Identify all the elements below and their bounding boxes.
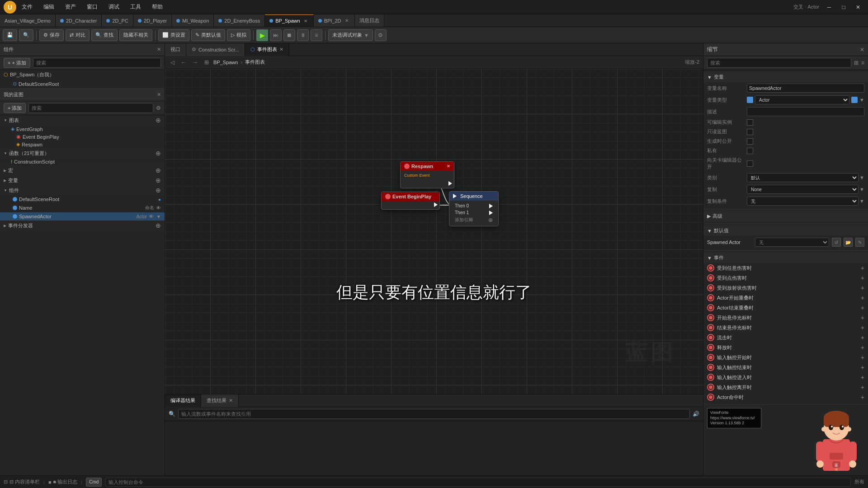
breadcrumb-bp-spawn[interactable]: BP_Spawn — [213, 60, 238, 65]
respawn-node[interactable]: Respawn ✕ Custom Event — [400, 161, 454, 188]
add-event-button[interactable]: + — [861, 384, 864, 391]
breadcrumb-event-graph[interactable]: 事件图表 — [245, 59, 265, 66]
find-results-tab[interactable]: 查找结果 ✕ — [201, 394, 239, 407]
add-function-button[interactable]: ⊕ — [156, 150, 161, 157]
add-event-button[interactable]: + — [861, 374, 864, 381]
canvas-tab-construction[interactable]: ⚙ Construction Scr... — [186, 43, 245, 56]
tab-message-log[interactable]: 消息日志 — [355, 14, 384, 27]
add-blueprint-button[interactable]: + 添加 — [4, 103, 26, 113]
expose-level-checkbox[interactable] — [747, 160, 753, 167]
stop-button[interactable]: ⏹ — [283, 29, 295, 41]
add-event-button[interactable]: + — [861, 314, 864, 321]
debug-settings-button[interactable]: ⚙ — [375, 29, 387, 41]
readonly-blueprint-checkbox[interactable] — [747, 129, 753, 135]
add-event-dispatcher-button[interactable]: ⊕ — [156, 222, 161, 229]
menu-help[interactable]: 帮助 — [150, 2, 165, 12]
find-results-search-input[interactable] — [178, 409, 690, 419]
skip-forward-button[interactable]: ⏭ — [270, 29, 282, 41]
section-macros[interactable]: ▶ 宏 ⊕ — [0, 165, 165, 175]
expose-on-spawn-checkbox[interactable] — [747, 138, 753, 145]
menu-file[interactable]: 文件 — [20, 2, 34, 12]
canvas-tab-event-graph[interactable]: ⬡ 事件图表 ✕ — [245, 43, 289, 56]
components-search-input[interactable] — [33, 58, 161, 68]
section-components-bp[interactable]: ▼ 组件 ⊕ — [0, 185, 165, 195]
add-event-button[interactable]: + — [861, 284, 864, 291]
advanced-section-title[interactable]: ▶ 高级 — [703, 211, 868, 221]
pause-button[interactable]: ⏸ — [297, 29, 309, 41]
output-log-status[interactable]: ■ ■ 输出日志 — [48, 479, 77, 485]
section-event-dispatchers[interactable]: ▶ 事件分发器 ⊕ — [0, 221, 165, 230]
variable-type-select[interactable]: Actor — [755, 95, 849, 104]
play-button[interactable]: ▶ — [256, 29, 268, 41]
canvas-tab-viewport[interactable]: 视口 — [165, 43, 186, 56]
hide-button[interactable]: 隐藏不相关 — [119, 29, 152, 41]
search-options-icon[interactable]: 🔊 — [693, 411, 699, 417]
var-name-row[interactable]: Name 命名 👁 — [0, 203, 165, 212]
save-button[interactable]: 💾 — [3, 29, 17, 41]
add-event-button[interactable]: + — [861, 394, 864, 401]
tab-2d-character[interactable]: 2D_Character — [56, 14, 102, 27]
blueprint-search-input[interactable] — [28, 103, 153, 113]
tab-2d-player[interactable]: 2D_Player — [133, 14, 172, 27]
add-pin-row[interactable]: 添加引脚 ⊕ — [453, 216, 495, 224]
cmd-button[interactable]: Cmd — [86, 478, 102, 487]
find-in-blueprint-button[interactable]: 🔍 — [19, 29, 33, 41]
add-event-button[interactable]: + — [861, 354, 864, 361]
eye-icon[interactable]: 👁 — [149, 214, 154, 219]
menu-assets[interactable]: 资产 — [63, 2, 78, 12]
add-event-button[interactable]: + — [861, 264, 864, 272]
sequence-node[interactable]: Sequence Then 0 Then 1 添加引脚 ⊕ — [449, 191, 499, 226]
tab-bp-spawn[interactable]: BP_Spawn ✕ — [265, 14, 313, 27]
menu-debug[interactable]: 调试 — [107, 2, 121, 12]
grid-view-icon[interactable]: ⊞ — [854, 60, 859, 66]
add-event-button[interactable]: + — [861, 324, 864, 331]
tree-item-default-scene-root[interactable]: ⊙ DefaultSceneRoot — [0, 80, 165, 88]
begin-play-item[interactable]: ◉ Event BeginPlay — [0, 133, 165, 141]
menu-tools[interactable]: 工具 — [128, 2, 143, 12]
construction-script-item[interactable]: f ConstructionScript — [0, 158, 165, 165]
variables-section-title[interactable]: ▼ 变量 — [703, 72, 868, 82]
find-button[interactable]: 🔍 查找 — [91, 29, 118, 41]
variable-name-input[interactable] — [747, 84, 864, 93]
section-variables[interactable]: ▶ 变量 ⊕ — [0, 175, 165, 185]
minimize-button[interactable]: ─ — [823, 1, 835, 14]
graph-canvas[interactable]: 蓝图 Respawn ✕ Custom Event — [165, 69, 703, 394]
list-view-icon[interactable]: ≡ — [861, 60, 864, 66]
simulate-button[interactable]: ▷ 模拟 — [227, 29, 250, 41]
class-settings-button[interactable]: ⬜ 类设置 — [158, 29, 189, 41]
editable-instance-checkbox[interactable] — [747, 119, 753, 126]
tab-asian-village[interactable]: Asian_Village_Demo — [0, 14, 56, 27]
private-checkbox[interactable] — [747, 148, 753, 154]
tab-2d-enemyboss[interactable]: 2D_EnemyBoss — [214, 14, 265, 27]
debug-target-dropdown[interactable]: 未选调试对象 ▼ — [328, 29, 373, 41]
spawned-actor-value-select[interactable]: 无 — [755, 238, 829, 247]
add-event-button[interactable]: + — [861, 364, 864, 371]
menu-edit[interactable]: 编辑 — [42, 2, 56, 12]
right-panel-close-button[interactable]: ✕ — [860, 47, 864, 53]
add-pin-icon[interactable]: ⊕ — [488, 217, 493, 223]
gear-icon[interactable]: ⚙ — [156, 105, 161, 111]
actor-edit-button[interactable]: ✎ — [855, 238, 864, 247]
tab-mi-weapon[interactable]: MI_Weapon — [172, 14, 214, 27]
actor-reset-button[interactable]: ↺ — [832, 238, 841, 247]
add-event-button[interactable]: + — [861, 274, 864, 282]
type-dropdown-icon[interactable]: ▼ — [859, 97, 864, 103]
category-select[interactable]: 默认 — [747, 173, 859, 182]
add-event-button[interactable]: + — [861, 294, 864, 301]
menu-window[interactable]: 窗口 — [85, 2, 99, 12]
right-panel-scroll[interactable]: ▼ 变量 变量名称 变量类型 Actor ▼ — [703, 70, 868, 475]
add-graph-button[interactable]: ⊕ — [156, 117, 161, 124]
maximize-button[interactable]: □ — [837, 1, 850, 14]
components-close-button[interactable]: ✕ — [157, 47, 161, 52]
tab-close-icon[interactable]: ✕ — [229, 398, 233, 404]
tab-bpi-2d[interactable]: BPI_2D ✕ — [314, 14, 355, 27]
section-graphs[interactable]: ▼ 图表 ⊕ — [0, 115, 165, 125]
begin-play-node[interactable]: Event BeginPlay — [381, 192, 440, 210]
section-functions[interactable]: ▼ 函数（21可重置） ⊕ — [0, 148, 165, 158]
nav-prev-button[interactable]: ◁ — [169, 58, 176, 66]
events-section-title[interactable]: ▼ 事件 — [703, 253, 868, 263]
tree-item-bp-spawn[interactable]: ⬡ BP_Spawn（自我） — [0, 70, 165, 80]
actor-browse-button[interactable]: 📂 — [844, 238, 853, 247]
nav-home-button[interactable]: ⊞ — [203, 58, 211, 66]
default-value-section-title[interactable]: ▼ 默认值 — [703, 225, 868, 236]
